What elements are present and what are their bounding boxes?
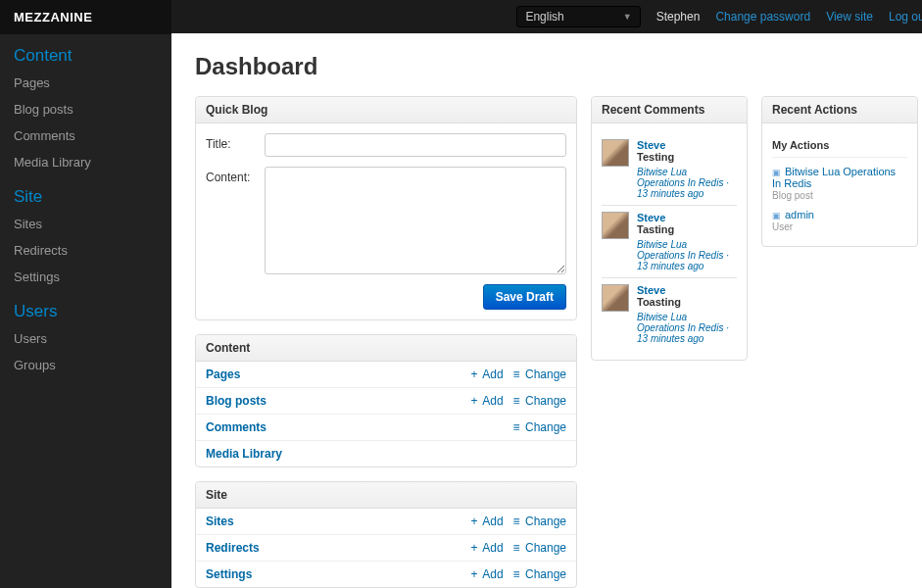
change-link[interactable]: ≡ Change (513, 394, 566, 408)
my-actions-subhead: My Actions (772, 133, 907, 158)
comment-item: SteveTastingBitwise Lua Operations In Re… (602, 206, 737, 278)
quick-blog-panel: Quick Blog Title: Content: Save Draft (195, 96, 577, 320)
sidebar-item-blog-posts[interactable]: Blog posts (0, 96, 171, 122)
current-user: Stephen (656, 10, 701, 24)
sidebar-section-content[interactable]: Content (0, 34, 171, 70)
add-link[interactable]: + Add (471, 541, 504, 555)
list-icon: ≡ (513, 541, 520, 555)
module-row: Redirects+ Add≡ Change (196, 534, 576, 561)
list-icon: ≡ (513, 368, 520, 381)
sidebar-item-media-library[interactable]: Media Library (0, 149, 171, 175)
change-link[interactable]: ≡ Change (513, 368, 566, 381)
save-draft-button[interactable]: Save Draft (483, 284, 566, 310)
module-panel-head: Site (196, 482, 576, 509)
module-panel-site: SiteSites+ Add≡ ChangeRedirects+ Add≡ Ch… (195, 481, 577, 588)
action-type: User (772, 221, 793, 232)
change-link[interactable]: ≡ Change (513, 420, 566, 434)
plus-icon: + (471, 394, 478, 408)
avatar (602, 139, 629, 167)
plus-icon: + (471, 541, 478, 555)
comment-text: Toasting (637, 296, 737, 308)
comment-meta[interactable]: Bitwise Lua Operations In Redis · 13 min… (637, 239, 737, 271)
language-label: English (525, 10, 563, 24)
recent-comments-head: Recent Comments (592, 97, 747, 123)
comment-author[interactable]: Steve (637, 284, 737, 296)
avatar (602, 212, 629, 239)
comment-meta[interactable]: Bitwise Lua Operations In Redis · 13 min… (637, 312, 737, 344)
module-link-blog-posts[interactable]: Blog posts (206, 394, 461, 408)
sidebar-section-users[interactable]: Users (0, 290, 171, 325)
sidebar-item-pages[interactable]: Pages (0, 70, 171, 96)
sidebar-item-comments[interactable]: Comments (0, 122, 171, 149)
module-panel-content: ContentPages+ Add≡ ChangeBlog posts+ Add… (195, 334, 577, 467)
module-link-sites[interactable]: Sites (206, 514, 461, 528)
module-row: Media Library (196, 440, 576, 466)
main-area: English ▼ Stephen Change password View s… (171, 0, 922, 588)
log-out-link[interactable]: Log out (889, 10, 922, 24)
action-item: ▣Bitwise Lua Operations In RedisBlog pos… (772, 162, 907, 205)
title-label: Title: (206, 133, 265, 151)
add-link[interactable]: + Add (471, 567, 504, 581)
comment-author[interactable]: Steve (637, 139, 737, 151)
content-textarea[interactable] (265, 167, 566, 274)
module-link-comments[interactable]: Comments (206, 420, 504, 434)
page-title: Dashboard (195, 53, 918, 80)
list-icon: ≡ (513, 567, 520, 581)
change-link[interactable]: ≡ Change (513, 541, 566, 555)
chevron-down-icon: ▼ (623, 12, 632, 22)
change-password-link[interactable]: Change password (715, 10, 810, 24)
recent-actions-head: Recent Actions (762, 97, 917, 123)
sidebar-item-users[interactable]: Users (0, 325, 171, 352)
add-link[interactable]: + Add (471, 514, 504, 528)
view-site-link[interactable]: View site (826, 10, 873, 24)
comment-text: Testing (637, 151, 737, 163)
change-link[interactable]: ≡ Change (513, 567, 566, 581)
sidebar-section-site[interactable]: Site (0, 175, 171, 211)
plus-icon: + (471, 514, 478, 528)
plus-icon: + (471, 567, 478, 581)
comment-meta[interactable]: Bitwise Lua Operations In Redis · 13 min… (637, 167, 737, 199)
add-link[interactable]: + Add (471, 394, 504, 408)
module-link-settings[interactable]: Settings (206, 567, 461, 581)
sidebar: MEZZANINE ContentPagesBlog postsComments… (0, 0, 171, 588)
action-link[interactable]: ▣admin (772, 209, 907, 220)
sidebar-item-redirects[interactable]: Redirects (0, 237, 171, 264)
sidebar-item-settings[interactable]: Settings (0, 264, 171, 290)
sidebar-item-sites[interactable]: Sites (0, 211, 171, 237)
module-row: Sites+ Add≡ Change (196, 509, 576, 534)
change-link[interactable]: ≡ Change (513, 514, 566, 528)
comment-item: SteveTestingBitwise Lua Operations In Re… (602, 133, 737, 206)
action-link[interactable]: ▣Bitwise Lua Operations In Redis (772, 166, 907, 189)
avatar (602, 284, 629, 312)
module-link-pages[interactable]: Pages (206, 368, 461, 381)
bullet-icon: ▣ (772, 168, 781, 177)
module-row: Blog posts+ Add≡ Change (196, 387, 576, 414)
action-type: Blog post (772, 190, 813, 201)
plus-icon: + (471, 368, 478, 381)
module-row: Comments≡ Change (196, 414, 576, 440)
module-row: Pages+ Add≡ Change (196, 362, 576, 387)
module-link-redirects[interactable]: Redirects (206, 541, 461, 555)
list-icon: ≡ (513, 394, 520, 408)
action-item: ▣adminUser (772, 205, 907, 236)
title-input[interactable] (265, 133, 566, 157)
topbar: English ▼ Stephen Change password View s… (171, 0, 922, 33)
sidebar-item-groups[interactable]: Groups (0, 352, 171, 378)
recent-comments-panel: Recent Comments SteveTestingBitwise Lua … (591, 96, 748, 361)
add-link[interactable]: + Add (471, 368, 504, 381)
module-link-media-library[interactable]: Media Library (206, 447, 566, 461)
content-label: Content: (206, 167, 265, 184)
quick-blog-head: Quick Blog (196, 97, 576, 123)
bullet-icon: ▣ (772, 211, 781, 220)
module-row: Settings+ Add≡ Change (196, 561, 576, 587)
recent-actions-panel: Recent Actions My Actions ▣Bitwise Lua O… (761, 96, 918, 247)
comment-text: Tasting (637, 223, 737, 235)
comment-author[interactable]: Steve (637, 212, 737, 223)
language-select[interactable]: English ▼ (516, 6, 640, 27)
module-panel-head: Content (196, 335, 576, 362)
list-icon: ≡ (513, 420, 520, 434)
comment-item: SteveToastingBitwise Lua Operations In R… (602, 278, 737, 350)
list-icon: ≡ (513, 514, 520, 528)
brand-logo: MEZZANINE (0, 0, 171, 34)
